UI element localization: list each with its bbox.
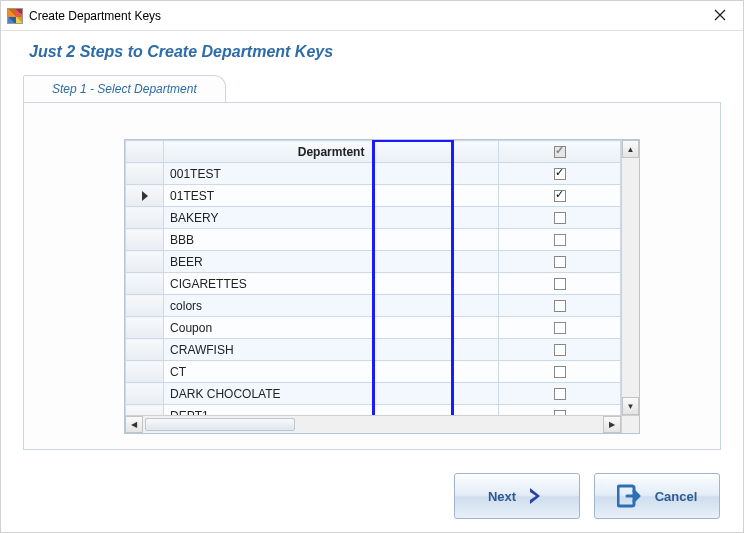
table-row[interactable]: BAKERY (126, 207, 621, 229)
page-heading: Just 2 Steps to Create Department Keys (29, 43, 721, 61)
department-cell[interactable]: BBB (164, 229, 499, 251)
hscroll-thumb[interactable] (145, 418, 295, 431)
row-header[interactable] (126, 339, 164, 361)
exit-icon (617, 484, 643, 508)
select-cell[interactable] (499, 317, 621, 339)
row-header[interactable] (126, 207, 164, 229)
next-label: Next (488, 489, 516, 504)
select-cell[interactable] (499, 383, 621, 405)
department-cell[interactable]: DARK CHOCOLATE (164, 383, 499, 405)
select-cell[interactable] (499, 361, 621, 383)
tab-strip: Step 1 - Select Department (23, 75, 721, 103)
department-cell[interactable]: CT (164, 361, 499, 383)
row-header[interactable] (126, 383, 164, 405)
table-row[interactable]: BBB (126, 229, 621, 251)
select-cell[interactable] (499, 273, 621, 295)
table-row[interactable]: CRAWFISH (126, 339, 621, 361)
row-checkbox[interactable] (554, 344, 566, 356)
table-row[interactable]: 01TEST (126, 185, 621, 207)
current-row-indicator-icon (142, 191, 148, 201)
select-cell[interactable] (499, 229, 621, 251)
table-row[interactable]: colors (126, 295, 621, 317)
select-cell[interactable] (499, 185, 621, 207)
select-cell[interactable] (499, 295, 621, 317)
close-icon (714, 8, 726, 24)
window-title: Create Department Keys (29, 9, 161, 23)
row-checkbox[interactable] (554, 168, 566, 180)
horizontal-scrollbar[interactable]: ◀ ▶ (125, 415, 621, 433)
row-checkbox[interactable] (554, 300, 566, 312)
scroll-right-icon[interactable]: ▶ (603, 416, 621, 433)
cancel-button[interactable]: Cancel (594, 473, 720, 519)
select-cell[interactable] (499, 207, 621, 229)
row-checkbox[interactable] (554, 278, 566, 290)
table-row[interactable]: DARK CHOCOLATE (126, 383, 621, 405)
department-grid: Deparmtent 001TEST01TESTBAKERYBBBBEERCIG… (124, 139, 640, 434)
table-row[interactable]: 001TEST (126, 163, 621, 185)
titlebar: Create Department Keys (1, 1, 743, 31)
row-header[interactable] (126, 361, 164, 383)
department-cell[interactable]: CRAWFISH (164, 339, 499, 361)
department-cell[interactable]: Coupon (164, 317, 499, 339)
row-header[interactable] (126, 251, 164, 273)
close-button[interactable] (697, 1, 743, 31)
department-cell[interactable]: DEPT1 (164, 405, 499, 416)
row-header[interactable] (126, 405, 164, 416)
scroll-corner (621, 415, 639, 433)
table-row[interactable]: BEER (126, 251, 621, 273)
table-row[interactable]: Coupon (126, 317, 621, 339)
row-checkbox[interactable] (554, 190, 566, 202)
row-header[interactable] (126, 163, 164, 185)
scroll-up-icon[interactable]: ▲ (622, 140, 639, 158)
cornerstone-cell (126, 141, 164, 163)
select-cell[interactable] (499, 163, 621, 185)
next-button[interactable]: Next (454, 473, 580, 519)
select-cell[interactable] (499, 405, 621, 416)
scroll-left-icon[interactable]: ◀ (125, 416, 143, 433)
select-cell[interactable] (499, 251, 621, 273)
table-row[interactable]: CIGARETTES (126, 273, 621, 295)
scroll-down-icon[interactable]: ▼ (622, 397, 639, 415)
department-cell[interactable]: BEER (164, 251, 499, 273)
row-checkbox[interactable] (554, 256, 566, 268)
row-header[interactable] (126, 185, 164, 207)
wizard-panel: Deparmtent 001TEST01TESTBAKERYBBBBEERCIG… (23, 102, 721, 450)
table-row[interactable]: DEPT1 (126, 405, 621, 416)
header-department[interactable]: Deparmtent (164, 141, 499, 163)
row-header[interactable] (126, 273, 164, 295)
department-cell[interactable]: CIGARETTES (164, 273, 499, 295)
row-checkbox[interactable] (554, 388, 566, 400)
table-row[interactable]: CT (126, 361, 621, 383)
chevron-right-icon (528, 486, 546, 506)
app-icon (7, 8, 23, 24)
row-header[interactable] (126, 295, 164, 317)
row-checkbox[interactable] (554, 234, 566, 246)
select-all-checkbox[interactable] (554, 146, 566, 158)
row-checkbox[interactable] (554, 366, 566, 378)
row-header[interactable] (126, 317, 164, 339)
department-cell[interactable]: colors (164, 295, 499, 317)
header-select-all[interactable] (499, 141, 621, 163)
department-table: Deparmtent 001TEST01TESTBAKERYBBBBEERCIG… (125, 140, 621, 415)
tab-label: Step 1 - Select Department (52, 82, 197, 96)
tab-step1[interactable]: Step 1 - Select Department (23, 75, 226, 103)
row-checkbox[interactable] (554, 212, 566, 224)
department-cell[interactable]: BAKERY (164, 207, 499, 229)
vertical-scrollbar[interactable]: ▲ ▼ (621, 140, 639, 415)
row-header[interactable] (126, 229, 164, 251)
cancel-label: Cancel (655, 489, 698, 504)
row-checkbox[interactable] (554, 322, 566, 334)
department-cell[interactable]: 01TEST (164, 185, 499, 207)
department-cell[interactable]: 001TEST (164, 163, 499, 185)
select-cell[interactable] (499, 339, 621, 361)
